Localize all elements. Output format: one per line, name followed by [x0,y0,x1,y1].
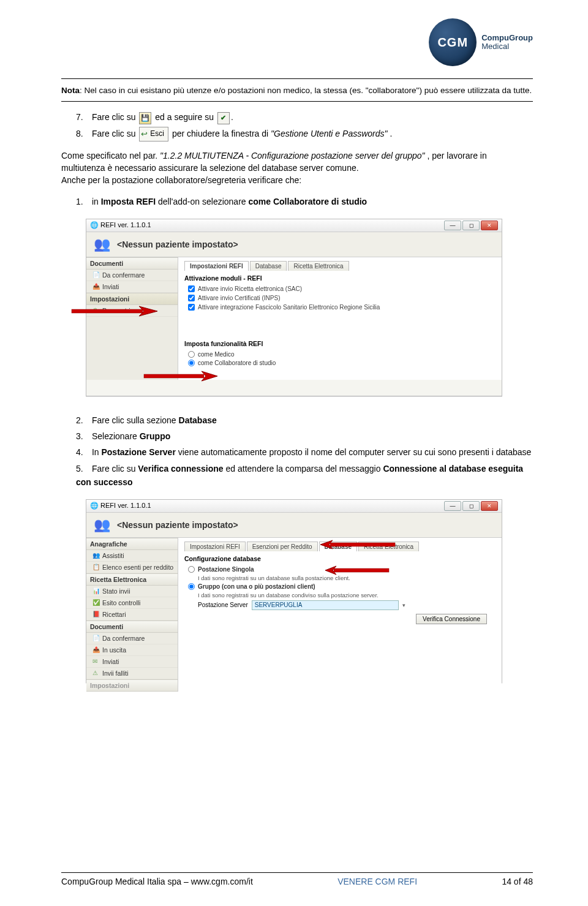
patient-label: <Nessun paziente impostato> [117,240,238,249]
sidebar-item-stato-invii[interactable]: 📊Stato invii [86,586,178,597]
tab-database[interactable]: Database [319,542,357,551]
text-bold: come Collaboratore di studio [248,197,367,206]
substep-3: 3. Selezionare Gruppo [76,429,533,443]
sidebar-item-label: Assistiti [102,552,124,559]
minimize-button[interactable]: — [444,221,461,230]
gear-icon: ⚙ [92,307,100,314]
tab-ricetta-elettronica[interactable]: Ricetta Elettronica [358,542,419,551]
substep-2: 2. Fare clic sulla sezione Database [76,413,533,427]
sidebar-item-da-confermare[interactable]: 📄Da confermare [86,633,178,644]
radio-input[interactable] [188,566,195,573]
sidebar-header-impostazioni[interactable]: Impostazioni [86,293,178,305]
tab-database[interactable]: Database [250,261,287,271]
step-8: 8. Fare clic su ↩ Esci per chiudere la f… [76,127,533,142]
step-number: 4. [76,445,89,459]
sidebar-item-invii-falliti[interactable]: ⚠Invii falliti [86,668,178,679]
substep-5: 5. Fare clic su Verifica connessione ed … [76,462,533,489]
tab-ricetta-elettronica[interactable]: Ricetta Elettronica [288,261,349,271]
sidebar-item-parametri[interactable]: ⚙Parametri [86,305,178,317]
sidebar-header-documenti[interactable]: Documenti [86,621,178,633]
sidebar-item-inviati[interactable]: 📤Inviati [86,281,178,293]
sent-icon: ✉ [92,658,100,665]
check-icon: ✅ [92,599,100,606]
radio-input[interactable] [188,360,195,366]
dropdown-icon[interactable]: ▾ [402,602,405,608]
radio-input[interactable] [188,351,195,358]
sidebar-item-ricettari[interactable]: 📕Ricettari [86,609,178,621]
titlebar: 🌐 REFI ver. 1.1.0.1 — ◻ ✕ [86,500,502,513]
radio-input[interactable] [188,583,195,590]
sidebar-item-label: Da confermare [102,271,145,279]
text: dell'add-on selezionare [158,197,248,206]
list-icon: 📋 [92,564,100,570]
checkbox-input[interactable] [188,304,195,311]
failed-icon: ⚠ [92,670,100,676]
step-number: 8. [76,127,89,140]
sidebar-header-impostazioni[interactable]: Impostazioni [86,679,178,692]
confirm-icon: ✔ [217,112,230,124]
refi-window-impostazioni: 🌐 REFI ver. 1.1.0.1 — ◻ ✕ 👥 <Nessun pazi… [86,219,502,396]
esci-button-inline: ↩ Esci [139,127,168,142]
sidebar-item-da-confermare[interactable]: 📄Da confermare [86,270,178,281]
maximize-button[interactable]: ◻ [462,501,480,511]
checkbox-label: Attivare invio Certificati (INPS) [198,295,280,301]
outbox-icon: 📤 [92,646,100,653]
minimize-button[interactable]: — [444,501,461,511]
radio-label: Gruppo (con una o più postazioni client) [198,583,315,590]
checkbox-inps[interactable]: Attivare invio Certificati (INPS) [188,295,496,301]
verifica-connessione-button[interactable]: Verifica Connessione [416,614,487,624]
sidebar-item-label: Invii falliti [102,670,129,677]
sidebar: Anagrafiche 👥Assistiti 📋Elenco esenti pe… [86,538,178,692]
close-button[interactable]: ✕ [481,221,498,230]
radio-postazione-singola[interactable]: Postazione Singola [188,566,496,573]
sidebar-item-inviati[interactable]: ✉Inviati [86,656,178,668]
radio-come-medico[interactable]: come Medico [188,351,496,358]
sidebar-item-esito[interactable]: ✅Esito controlli [86,597,178,609]
note-paragraph: Nota: Nel caso in cui esistano più utenz… [61,85,533,101]
svg-marker-2 [202,371,217,381]
close-button[interactable]: ✕ [481,501,498,511]
patient-icon: 👥 [92,236,111,253]
logo-line1: CompuGroup [481,34,533,42]
step-number: 2. [76,413,89,427]
step-number: 1. [76,195,89,208]
sidebar-item-in-uscita[interactable]: 📤In uscita [86,644,178,656]
window-name-ref: "Gestione Utenti e Passwords" [271,129,387,138]
note-body: : Nel caso in cui esistano più utenze e/… [80,86,532,95]
text: Fare clic su [92,112,138,122]
sidebar-header-ricetta[interactable]: Ricetta Elettronica [86,573,178,586]
field-label-postazione-server: Postazione Server [198,602,248,608]
titlebar: 🌐 REFI ver. 1.1.0.1 — ◻ ✕ [86,219,502,232]
tab-esenzioni[interactable]: Esenzioni per Reddito [247,542,318,551]
patient-label: <Nessun paziente impostato> [117,520,238,530]
checkbox-input[interactable] [188,285,195,292]
radio-gruppo[interactable]: Gruppo (con una o più postazioni client) [188,583,496,590]
radio-come-collaboratore[interactable]: come Collaboratore di studio [188,360,496,366]
tab-impostazioni-refi[interactable]: Impostazioni REFI [184,542,246,551]
sidebar-header-documenti[interactable]: Documenti [86,257,178,270]
checkbox-input[interactable] [188,295,195,301]
sidebar-header-anagrafiche[interactable]: Anagrafiche [86,538,178,550]
tab-impostazioni-refi[interactable]: Impostazioni REFI [184,261,249,271]
refi-window-database: 🌐 REFI ver. 1.1.0.1 — ◻ ✕ 👥 <Nessun pazi… [86,499,502,683]
text: in [92,197,101,206]
text: Selezionare [92,431,140,441]
sidebar-item-label: Esito controlli [102,599,140,606]
checkbox-sac[interactable]: Attivare invio Ricetta elettronica (SAC) [188,285,496,292]
document-icon: 📄 [92,271,100,278]
radio-description: I dati sono registrati su un database su… [198,575,496,581]
checkbox-fascicolo[interactable]: Attivare integrazione Fascicolo Sanitari… [188,304,496,311]
maximize-button[interactable]: ◻ [462,221,480,230]
note-label: Nota [61,86,80,95]
text: Fare clic su [92,464,138,474]
save-icon: 💾 [139,112,151,124]
postazione-server-input[interactable] [252,600,399,610]
section-attivazione: Attivazione moduli - REFI [184,274,496,282]
step-number: 7. [76,110,89,124]
book-icon: 📕 [92,611,100,617]
sidebar-item-elenco-esenti[interactable]: 📋Elenco esenti per reddito [86,562,178,573]
window-title: REFI ver. 1.1.0.1 [100,221,151,228]
patient-bar: 👥 <Nessun paziente impostato> [86,513,502,538]
step-number: 5. [76,462,89,475]
sidebar-item-assistiti[interactable]: 👥Assistiti [86,550,178,562]
